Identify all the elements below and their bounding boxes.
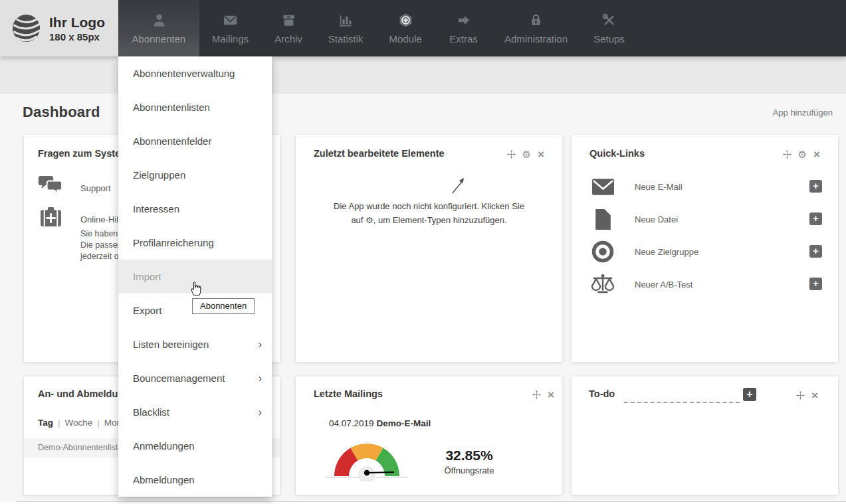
nav-item-administration[interactable]: Administration xyxy=(492,0,580,56)
tab-woche[interactable]: Woche xyxy=(65,418,93,428)
add-ab-test-button[interactable]: + xyxy=(809,278,822,290)
nav-item-statistik[interactable]: Statistik xyxy=(316,0,375,56)
logo-block[interactable]: Ihr Logo 180 x 85px xyxy=(0,0,118,56)
list-item-label: Demo-Abonnentenliste xyxy=(38,443,122,452)
menu-item-label: Export xyxy=(133,305,161,316)
nav-item-extras[interactable]: Extras xyxy=(435,0,492,56)
nav-label: Setups xyxy=(593,33,625,44)
menu-item-anmeldungen[interactable]: Anmeldungen xyxy=(118,429,272,463)
widget-letzte-mailings: Letzte Mailings × 04.07.2019Demo-E-Mail … xyxy=(296,377,562,495)
help-text-line: Sie haben xyxy=(80,229,118,238)
message-line-1: Die App wurde noch nicht konfiguriert. K… xyxy=(334,201,524,211)
nav-item-abonnenten[interactable]: Abonnenten xyxy=(118,0,199,56)
gear-inline-icon: ⚙ xyxy=(366,215,373,225)
logo-text: Ihr Logo 180 x 85px xyxy=(49,14,105,42)
mailing-name: Demo-E-Mail xyxy=(377,418,431,428)
tab-separator: | xyxy=(97,418,100,428)
widget-title: Fragen zum System xyxy=(38,148,129,159)
arrow-right-icon xyxy=(455,13,472,28)
add-file-button[interactable]: + xyxy=(809,212,822,225)
app-window: Ihr Logo 180 x 85px Abonnenten Mailings … xyxy=(0,0,846,504)
menu-item-label: Abonnentenlisten xyxy=(133,102,210,113)
tooltip-abonnenten: Abonnenten xyxy=(192,298,255,314)
menu-item-label: Blacklist xyxy=(133,406,169,418)
add-zielgruppe-button[interactable]: + xyxy=(809,245,822,258)
nav-item-setups[interactable]: Setups xyxy=(580,0,638,56)
menu-item-abonnentenverwaltung[interactable]: Abonnentenverwaltung xyxy=(118,56,272,90)
menu-item-abonnentenlisten[interactable]: Abonnentenlisten xyxy=(118,90,272,124)
menu-item-abonnentenfelder[interactable]: Abonnentenfelder xyxy=(118,124,272,158)
nav-item-mailings[interactable]: Mailings xyxy=(199,0,261,56)
menu-item-label: Zielgruppen xyxy=(133,169,185,181)
help-text-line: jederzeit o xyxy=(80,252,119,261)
menu-item-listen-bereinigen[interactable]: Listen bereinigen› xyxy=(118,327,272,361)
menu-item-label: Import xyxy=(133,271,161,282)
quicklink-label[interactable]: Neue Zielgruppe xyxy=(635,247,698,257)
widget-todo: To-do + × xyxy=(572,377,838,495)
widget-title: Zuletzt bearbeitete Elemente xyxy=(314,148,445,159)
lock-icon xyxy=(528,13,544,28)
gear-icon[interactable]: ⚙ xyxy=(798,150,807,159)
add-email-button[interactable]: + xyxy=(809,180,822,193)
not-configured-message: Die App wurde noch nicht konfiguriert. K… xyxy=(296,199,562,227)
menu-item-label: Abonnentenfelder xyxy=(133,135,211,147)
module-hexagon-plus-icon xyxy=(397,13,414,28)
nav-label: Module xyxy=(389,33,421,44)
quicklink-label[interactable]: Neue E-Mail xyxy=(635,182,683,192)
add-app-link[interactable]: App hinzufügen xyxy=(773,108,833,118)
file-icon xyxy=(594,209,612,230)
move-widget-icon[interactable] xyxy=(532,390,541,399)
opening-rate-gauge xyxy=(326,440,408,484)
quicklink-row-neuer-ab-test: Neuer A/B-Test + xyxy=(572,272,838,297)
widget-quick-links: Quick-Links ⚙ × Neue E-Mail + Neue Datei… xyxy=(572,135,838,362)
person-icon xyxy=(151,13,167,28)
quicklink-label[interactable]: Neuer A/B-Test xyxy=(635,280,692,290)
menu-item-zielgruppen[interactable]: Zielgruppen xyxy=(118,158,272,192)
gear-icon[interactable]: ⚙ xyxy=(522,150,531,159)
quicklink-row-neue-email: Neue E-Mail + xyxy=(572,174,838,199)
message-line-2-before: auf xyxy=(351,215,363,225)
abonnenten-dropdown-menu: Abonnentenverwaltung Abonnentenlisten Ab… xyxy=(118,56,272,497)
online-help-firstaid-icon xyxy=(39,206,62,228)
scales-icon xyxy=(590,273,615,295)
menu-item-bouncemanagement[interactable]: Bouncemanagement› xyxy=(118,361,272,395)
widget-zuletzt-bearbeitete-elemente: Zuletzt bearbeitete Elemente ⚙ × Die App… xyxy=(296,135,562,362)
top-navigation-bar: Ihr Logo 180 x 85px Abonnenten Mailings … xyxy=(0,0,846,56)
mailing-date: 04.07.2019 xyxy=(329,418,374,428)
mailing-date-line[interactable]: 04.07.2019Demo-E-Mail xyxy=(329,418,431,428)
page-title: Dashboard xyxy=(23,104,100,121)
menu-item-abmeldungen[interactable]: Abmeldungen xyxy=(118,463,272,497)
todo-input[interactable] xyxy=(624,390,740,403)
menu-item-label: Anmeldungen xyxy=(133,440,195,452)
nav-item-module[interactable]: Module xyxy=(375,0,435,56)
support-label[interactable]: Support xyxy=(80,183,111,193)
close-icon[interactable]: × xyxy=(813,150,820,159)
menu-item-label: Profilanreicherung xyxy=(133,237,214,248)
move-widget-icon[interactable] xyxy=(507,150,516,159)
close-icon[interactable]: × xyxy=(538,150,544,159)
move-widget-icon[interactable] xyxy=(783,150,792,159)
tab-tag[interactable]: Tag xyxy=(38,418,53,428)
widget-title: To-do xyxy=(589,388,615,399)
pointer-arrow-annotation xyxy=(451,175,467,199)
nav-label: Statistik xyxy=(328,33,364,44)
menu-item-label: Bouncemanagement xyxy=(133,373,225,384)
move-widget-icon[interactable] xyxy=(796,391,805,400)
period-tabs: Tag|Woche|Monat xyxy=(38,418,129,428)
widget-title: Quick-Links xyxy=(589,148,645,159)
logo-title: Ihr Logo xyxy=(49,14,105,31)
quicklink-label[interactable]: Neue Datei xyxy=(635,214,678,224)
close-icon[interactable]: × xyxy=(548,390,554,399)
add-todo-button[interactable]: + xyxy=(743,388,756,401)
close-icon[interactable]: × xyxy=(811,391,818,400)
nav-label: Extras xyxy=(449,33,478,44)
menu-item-profilanreicherung[interactable]: Profilanreicherung xyxy=(118,226,272,260)
globe-logo-icon xyxy=(11,13,42,44)
bar-chart-icon xyxy=(338,13,354,28)
menu-item-blacklist[interactable]: Blacklist› xyxy=(118,395,272,429)
nav-item-archiv[interactable]: Archiv xyxy=(261,0,316,56)
archive-icon xyxy=(280,13,297,28)
menu-item-interessen[interactable]: Interessen xyxy=(118,192,272,226)
chevron-right-icon: › xyxy=(259,407,262,418)
help-text-line: Die passen xyxy=(80,240,122,250)
